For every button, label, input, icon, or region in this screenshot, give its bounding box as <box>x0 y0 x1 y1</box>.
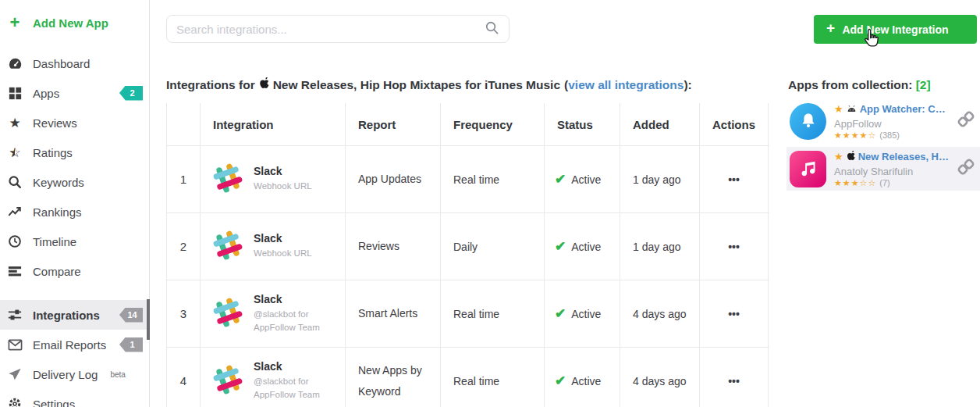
apple-logo-icon <box>259 77 269 92</box>
check-icon: ✔ <box>555 171 566 187</box>
ratings-count: (385) <box>879 130 900 140</box>
integration-cell: SlackWebhook URL <box>201 213 346 280</box>
apps-grid-icon <box>7 85 23 101</box>
add-new-app-button[interactable]: + Add New App <box>0 8 149 37</box>
status-cell: ✔Active <box>545 280 620 347</box>
rating-stars: ★★★★☆ <box>834 130 876 141</box>
collection-app-card-selected[interactable]: ★ New Releases, Hip ... Anatoly Shariful… <box>786 147 980 191</box>
status-cell: ✔Active <box>545 348 620 407</box>
row-index: 2 <box>166 213 201 280</box>
search-input[interactable] <box>176 23 485 36</box>
row-actions-menu[interactable]: ••• <box>700 213 769 280</box>
integrations-count-badge: 14 <box>119 308 143 323</box>
sidebar-item-apps[interactable]: Apps 2 <box>0 78 149 108</box>
link-chain-icon[interactable] <box>957 158 975 180</box>
collection-app-card[interactable]: ★ App Watcher: Che... AppFollow ★★★★☆ (3… <box>786 99 980 143</box>
integration-name: Slack <box>254 232 341 245</box>
added-cell: 1 day ago <box>620 146 700 212</box>
android-icon <box>847 102 857 116</box>
integration-name: Slack <box>254 293 341 305</box>
app-link[interactable]: App Watcher: Che... <box>860 103 949 115</box>
sidebar-item-label: Compare <box>33 265 81 278</box>
magnifier-icon <box>7 174 23 190</box>
sidebar-item-settings[interactable]: Settings <box>0 389 149 407</box>
appfollow-integrations-page: + Add New App Dashboard Apps 2 ★ Reviews… <box>0 0 980 407</box>
integration-subtitle: Webhook URL <box>254 247 341 260</box>
integration-subtitle: @slackbot for AppFollow Team <box>254 308 341 335</box>
integrations-table: Integration Report Frequency Status Adde… <box>166 103 769 407</box>
sidebar-divider <box>149 0 150 407</box>
row-actions-menu[interactable]: ••• <box>700 146 769 212</box>
heading-close-paren: ): <box>684 78 691 92</box>
view-all-integrations-link[interactable]: view all integrations <box>568 78 684 92</box>
sidebar-item-label: Timeline <box>33 235 76 248</box>
row-actions-menu[interactable]: ••• <box>700 280 769 347</box>
column-header: Report <box>346 103 441 145</box>
added-cell: 4 days ago <box>620 280 700 347</box>
search-icon[interactable] <box>485 20 499 38</box>
sidebar-item-reviews[interactable]: ★ Reviews <box>0 108 149 137</box>
sidebar-item-timeline[interactable]: Timeline <box>0 227 149 256</box>
sidebar-item-email-reports[interactable]: Email Reports 1 <box>0 330 149 359</box>
table-row: 2 SlackWebhook URL Reviews Daily ✔Active… <box>166 213 769 280</box>
status-label: Active <box>571 241 601 253</box>
app-developer: Anatoly Sharifulin <box>834 166 949 177</box>
sidebar-item-label: Keywords <box>33 176 84 189</box>
page-title: Integrations for New Releases, Hip Hop M… <box>166 77 692 92</box>
check-icon: ✔ <box>555 373 566 389</box>
sidebar-item-delivery-log[interactable]: Delivery Log beta <box>0 359 149 389</box>
heading-prefix: Integrations for <box>166 78 255 92</box>
plus-icon: + <box>826 20 835 37</box>
collection-count: [2] <box>916 78 931 91</box>
integration-cell: SlackWebhook URL <box>201 146 346 212</box>
app-info: ★ App Watcher: Che... AppFollow ★★★★☆ (3… <box>834 102 949 141</box>
link-chain-icon[interactable] <box>957 110 975 132</box>
paper-plane-icon <box>7 366 23 382</box>
slack-logo-icon <box>211 162 244 197</box>
row-index: 4 <box>166 348 201 407</box>
table-header-row: Integration Report Frequency Status Adde… <box>166 103 769 146</box>
status-label: Active <box>571 173 601 186</box>
app-developer: AppFollow <box>834 118 949 130</box>
sidebar-scrollbar-thumb[interactable] <box>147 299 150 340</box>
sidebar: + Add New App Dashboard Apps 2 ★ Reviews… <box>0 0 150 407</box>
collection-panel-title: Apps from collection: [2] <box>788 78 931 92</box>
sidebar-item-label: Dashboard <box>33 57 90 70</box>
integration-subtitle: Webhook URL <box>254 180 341 193</box>
row-index: 3 <box>166 280 201 347</box>
sidebar-item-ratings[interactable]: ☆★ Ratings <box>0 137 149 167</box>
sidebar-item-label: Integrations <box>33 309 100 322</box>
slack-logo-icon <box>211 363 244 398</box>
app-watcher-app-icon <box>790 103 826 140</box>
frequency-cell: Daily <box>441 213 545 280</box>
sidebar-item-keywords[interactable]: Keywords <box>0 167 149 197</box>
row-actions-menu[interactable]: ••• <box>700 348 769 407</box>
app-info: ★ New Releases, Hip ... Anatoly Shariful… <box>834 150 949 188</box>
add-new-integration-button[interactable]: + Add New Integration <box>814 15 977 44</box>
sidebar-item-compare[interactable]: Compare <box>0 256 149 286</box>
sidebar-item-integrations[interactable]: Integrations 14 <box>0 300 149 330</box>
sidebar-item-label: Apps <box>33 87 59 100</box>
check-icon: ✔ <box>555 238 566 255</box>
sidebar-item-dashboard[interactable]: Dashboard <box>0 48 149 78</box>
column-header: Integration <box>201 103 346 145</box>
frequency-cell: Real time <box>441 146 545 212</box>
sidebar-item-rankings[interactable]: Rankings <box>0 197 149 227</box>
clock-icon <box>7 234 23 249</box>
added-cell: 1 day ago <box>620 213 700 280</box>
status-label: Active <box>571 308 601 320</box>
row-index: 1 <box>166 146 201 212</box>
trend-chart-icon <box>7 204 23 220</box>
favorite-star-icon[interactable]: ★ <box>834 151 843 162</box>
app-link[interactable]: New Releases, Hip ... <box>858 151 949 162</box>
heading-app-name: New Releases, Hip Hop Mixtapes for iTune… <box>273 78 560 92</box>
collection-title-text: Apps from collection: <box>788 78 912 91</box>
rating-stars: ★★★☆☆ <box>834 178 876 188</box>
apple-logo-icon <box>847 150 855 164</box>
favorite-star-icon[interactable]: ★ <box>834 103 843 115</box>
new-releases-app-icon <box>790 151 826 187</box>
slack-logo-icon <box>211 296 244 331</box>
slack-logo-icon <box>211 229 244 264</box>
star-icon: ★ <box>7 115 23 130</box>
sidebar-item-label: Email Reports <box>33 338 106 352</box>
